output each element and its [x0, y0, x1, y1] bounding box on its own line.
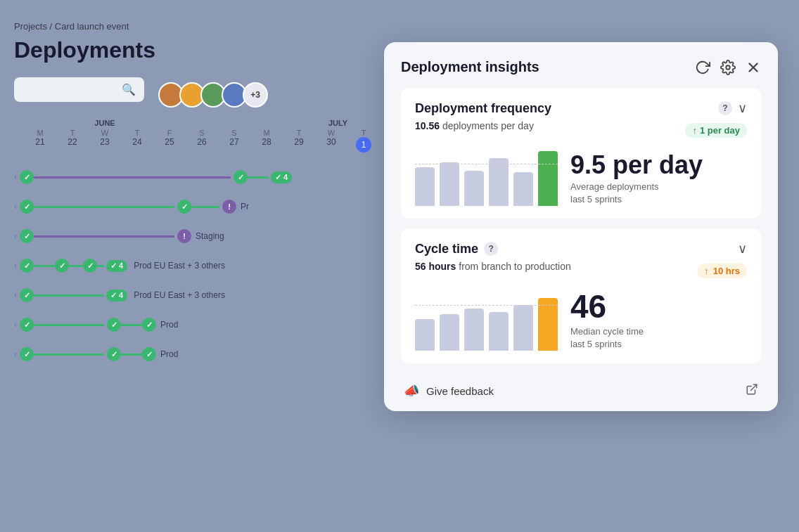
gantt-badge: ✓ 4: [271, 171, 292, 183]
bar-item: [464, 309, 484, 351]
calendar-header: JUNE M21 T22 W23 T24 F25 JULY S26 S27 M2…: [14, 119, 366, 153]
card-controls: ? ∨: [718, 100, 747, 116]
chevron-left-icon: ‹: [14, 231, 17, 241]
day-cell: S27: [218, 129, 250, 153]
july-label: JULY: [328, 119, 347, 127]
feedback-label: Give feedback: [426, 385, 494, 397]
warning-node: !: [222, 200, 236, 214]
day-cell: T1: [347, 129, 380, 153]
node-circle: ✓: [20, 200, 34, 214]
node-circle: ✓: [107, 318, 121, 332]
stat-description: Median cycle timelast 5 sprints: [570, 325, 644, 351]
table-row: ‹ ✓ ✓ ! Pr: [14, 192, 366, 221]
day-cell: T24: [121, 129, 153, 147]
node-circle: ✓: [20, 288, 34, 302]
table-row: ‹ ✓ ✓ ✓ Prod: [14, 310, 366, 339]
bar-item: [415, 167, 435, 206]
card-controls: ∨: [738, 241, 747, 257]
row-label: Prod: [160, 320, 178, 330]
help-icon[interactable]: ?: [484, 242, 498, 256]
feedback-link[interactable]: 📣 Give feedback: [404, 383, 494, 398]
row-label: Staging: [196, 231, 224, 241]
bar-item: [489, 312, 509, 351]
gantt-bar: [34, 235, 174, 238]
node-circle: ✓: [83, 259, 97, 273]
megaphone-icon: 📣: [404, 383, 419, 398]
gantt-bar: [34, 324, 104, 326]
avatar-group: +3: [158, 82, 268, 108]
frequency-badge: 1 per day: [685, 123, 747, 138]
row-label: Prod EU East + 3 others: [134, 290, 225, 300]
dashed-line: [415, 164, 558, 164]
chevron-left-icon: ‹: [14, 349, 17, 359]
close-button[interactable]: [746, 60, 761, 75]
up-arrow-icon: [692, 125, 697, 136]
frequency-stat: 9.5 per day Average deploymentslast 5 sp…: [570, 153, 703, 206]
feedback-bar: 📣 Give feedback: [401, 373, 761, 411]
node-circle: ✓: [20, 347, 34, 361]
node-circle: ✓: [20, 318, 34, 332]
gantt-bar: [34, 176, 231, 179]
cycle-time-card: Cycle time ? ∨ 56 hours from branch to p…: [401, 228, 761, 363]
refresh-button[interactable]: [695, 60, 710, 75]
cycle-time-chart: 46 Median cycle timelast 5 sprints: [415, 290, 747, 351]
settings-button[interactable]: [720, 60, 736, 75]
help-icon[interactable]: ?: [718, 101, 732, 115]
search-input[interactable]: [23, 84, 122, 96]
bar-item-highlight: [538, 298, 558, 351]
gantt-bar: [34, 353, 104, 356]
day-cell: F25: [153, 129, 186, 147]
panel-title: Deployment insights: [401, 59, 539, 75]
node-circle: ✓: [142, 347, 156, 361]
day-cell: M21: [24, 129, 56, 147]
search-icon: 🔍: [122, 83, 136, 96]
bar-item: [489, 158, 509, 206]
chevron-left-icon: ‹: [14, 261, 17, 271]
bar-item: [464, 171, 484, 206]
bar-item: [440, 314, 459, 351]
node-circle: ✓: [20, 229, 34, 243]
node-circle: ✓: [107, 347, 121, 361]
chevron-left-icon: ‹: [14, 320, 17, 330]
warning-node: !: [177, 229, 191, 243]
external-link-icon[interactable]: [746, 383, 758, 398]
chevron-left-icon: ‹: [14, 202, 17, 212]
day-cell: T29: [283, 129, 315, 153]
breadcrumb: Projects / Card launch event: [14, 21, 366, 32]
up-arrow-icon: ↑: [704, 266, 709, 276]
bar-item-highlight: [538, 151, 558, 206]
card-subtitle: 56 hours from branch to production: [415, 261, 571, 272]
search-bar[interactable]: 🔍: [14, 77, 144, 102]
dashed-line: [415, 305, 558, 306]
gantt-bar: [34, 206, 174, 208]
june-label: JUNE: [24, 119, 186, 127]
cycle-time-stat: 46 Median cycle timelast 5 sprints: [570, 290, 644, 351]
table-row: ‹ ✓ ✓ ✓ ✓ 4 Prod EU East + 3 others: [14, 251, 366, 280]
card-subtitle: 10.56 deployments per day: [415, 120, 534, 131]
node-circle: ✓: [177, 200, 191, 214]
day-cell: M28: [250, 129, 283, 153]
day-cell: W30: [315, 129, 347, 153]
day-cell: T22: [56, 129, 89, 147]
gantt-area: ‹ ✓ ✓ ✓ 4 ‹ ✓ ✓ ! Pr ‹ ✓ ! Staging ‹: [14, 162, 366, 369]
svg-line-3: [751, 385, 757, 391]
node-circle: ✓: [234, 170, 248, 184]
gantt-badge: ✓ 4: [106, 260, 127, 272]
bar-item: [513, 305, 533, 351]
node-circle: ✓: [20, 259, 34, 273]
card-header: Deployment frequency ? ∨: [415, 100, 747, 116]
table-row: ‹ ✓ ✓ ✓ 4: [14, 162, 366, 192]
node-circle: ✓: [142, 318, 156, 332]
page-title: Deployments: [14, 37, 366, 63]
bar-item: [440, 162, 459, 206]
card-title: Cycle time ?: [415, 242, 498, 257]
panel-actions: [695, 60, 761, 75]
day-cell: S26: [186, 129, 218, 153]
day-cell: W23: [89, 129, 121, 147]
chevron-down-icon[interactable]: ∨: [738, 241, 747, 257]
bar-item: [415, 319, 435, 351]
cycle-time-badge: ↑ 10 hrs: [697, 264, 747, 278]
row-label: Pr: [241, 202, 249, 212]
node-circle: ✓: [20, 170, 34, 184]
chevron-down-icon[interactable]: ∨: [738, 100, 747, 116]
